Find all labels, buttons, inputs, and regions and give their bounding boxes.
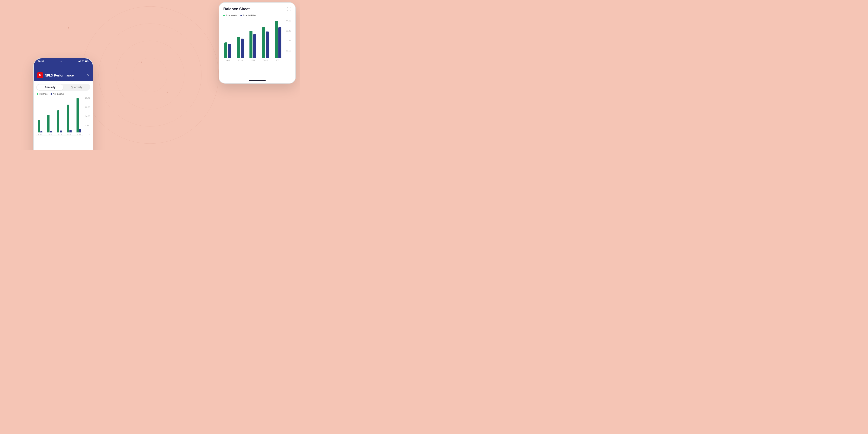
revenue-dot [37, 93, 38, 95]
balance-y-3: 33.4B [286, 30, 291, 32]
balance-pair-2017 [224, 42, 231, 58]
balance-pair-2018 [237, 37, 244, 58]
info-icon[interactable]: i [287, 7, 291, 11]
phone-right: i Balance Sheet Total assets Total liabi… [219, 2, 296, 84]
phone-left: 10:31 ⟳ [33, 58, 93, 150]
phone-body: Annually Quarterly Revenue Net income [34, 81, 93, 142]
revenue-label: Revenue [39, 93, 48, 95]
legend-total-liabilities: Total liabilities [241, 14, 256, 17]
status-bar: 10:31 ⟳ [34, 60, 93, 63]
performance-chart: 2017 2018 2019 [36, 97, 90, 140]
liabilities-bar-2018 [241, 38, 244, 58]
balance-year-2019: 2019 [251, 59, 255, 62]
netflix-logo: N [37, 72, 43, 78]
close-button[interactable]: × [87, 73, 89, 78]
svg-point-12 [83, 62, 83, 62]
bar-group-2017: 2017 [36, 120, 44, 135]
y-label-1: 7.42B [85, 124, 90, 126]
liabilities-bar-2020 [266, 31, 269, 58]
revenue-bar-2021 [76, 98, 79, 132]
income-bar-2021 [79, 129, 81, 132]
balance-bar-group-2017: 2017 [223, 42, 232, 62]
bar-pair-2021 [76, 98, 81, 132]
tab-annually[interactable]: Annually [37, 85, 63, 90]
bar-group-2018: 2018 [46, 115, 53, 135]
liabilities-bar-2019 [253, 34, 256, 58]
svg-point-3 [133, 58, 167, 92]
balance-year-2017: 2017 [225, 59, 230, 62]
liabilities-bar-2021 [278, 27, 281, 58]
legend-revenue: Revenue [37, 93, 48, 95]
balance-bar-group-2019: 2019 [249, 31, 257, 62]
legend-net-income: Net income [51, 93, 64, 95]
assets-dot [223, 15, 225, 16]
y-label-2: 14.8B [85, 115, 90, 117]
chart-legend: Revenue Net income [36, 93, 90, 95]
status-time: 10:31 [38, 60, 44, 63]
bar-pair-2019 [57, 111, 62, 132]
svg-point-5 [141, 62, 142, 63]
signal-icon [78, 60, 81, 62]
balance-pair-2020 [262, 27, 269, 58]
bar-pair-2017 [38, 120, 42, 132]
balance-year-2018: 2018 [238, 59, 243, 62]
balance-pair-2021 [275, 21, 281, 58]
net-income-dot [51, 93, 52, 95]
svg-rect-8 [78, 62, 79, 62]
svg-point-0 [82, 6, 219, 144]
balance-y-2: 22.3B [286, 40, 291, 42]
assets-bar-2021 [275, 21, 278, 58]
svg-point-2 [116, 41, 184, 109]
balance-y-labels: 44.6B 33.4B 22.3B 11.1B 0 [286, 20, 291, 67]
legend-total-assets: Total assets [223, 14, 237, 17]
liabilities-bar-2017 [228, 44, 231, 58]
svg-rect-10 [79, 61, 80, 62]
bar-group-2021: 2021 [75, 98, 83, 135]
svg-point-6 [167, 92, 168, 93]
assets-bar-2020 [262, 27, 265, 58]
balance-bars-container: 2017 2018 2019 [223, 20, 291, 67]
balance-home-indicator [249, 81, 266, 81]
svg-point-1 [99, 24, 202, 126]
header-left: N NFLX Performance [37, 72, 74, 78]
liabilities-dot [241, 15, 242, 16]
tab-toggle[interactable]: Annually Quarterly [36, 84, 90, 91]
x-axis-line [36, 135, 83, 135]
assets-bar-2018 [237, 37, 240, 58]
income-bar-2017 [40, 131, 42, 132]
income-bar-2018 [50, 131, 52, 132]
y-label-0: 0 [85, 133, 90, 135]
assets-label: Total assets [226, 14, 237, 17]
balance-bar-group-2020: 2020 [261, 27, 270, 62]
svg-point-4 [68, 27, 69, 29]
bar-pair-2020 [67, 104, 71, 132]
balance-year-2021: 2021 [276, 59, 280, 62]
y-axis-labels: 29.7B 22.3B 14.8B 7.42B 0 [85, 97, 90, 140]
balance-sheet-body: i Balance Sheet Total assets Total liabi… [219, 3, 295, 70]
tab-quarterly[interactable]: Quarterly [63, 85, 90, 90]
battery-icon [85, 60, 89, 62]
balance-bar-group-2021: 2021 [274, 21, 282, 62]
revenue-bar-2020 [67, 104, 69, 132]
assets-bar-2017 [224, 42, 227, 58]
y-label-max: 29.7B [85, 97, 90, 99]
svg-rect-9 [79, 61, 79, 62]
svg-rect-14 [88, 61, 88, 62]
balance-y-0: 0 [286, 60, 291, 62]
bar-pair-2018 [48, 115, 52, 132]
balance-bar-group-2018: 2018 [236, 37, 245, 62]
income-bar-2020 [69, 130, 71, 132]
status-bar-area: 10:31 ⟳ [34, 58, 93, 70]
balance-legend: Total assets Total liabilities [223, 14, 291, 17]
y-label-3: 22.3B [85, 106, 90, 108]
svg-rect-11 [80, 60, 81, 62]
status-icons [78, 60, 89, 62]
loading-icon: ⟳ [60, 60, 62, 63]
net-income-label: Net income [53, 93, 64, 95]
wifi-icon [82, 60, 84, 62]
liabilities-label: Total liabilities [243, 14, 256, 17]
balance-y-max: 44.6B [286, 20, 291, 22]
bars-container: 2017 2018 2019 [36, 97, 90, 140]
balance-year-2020: 2020 [263, 59, 268, 62]
revenue-bar-2018 [48, 115, 50, 132]
